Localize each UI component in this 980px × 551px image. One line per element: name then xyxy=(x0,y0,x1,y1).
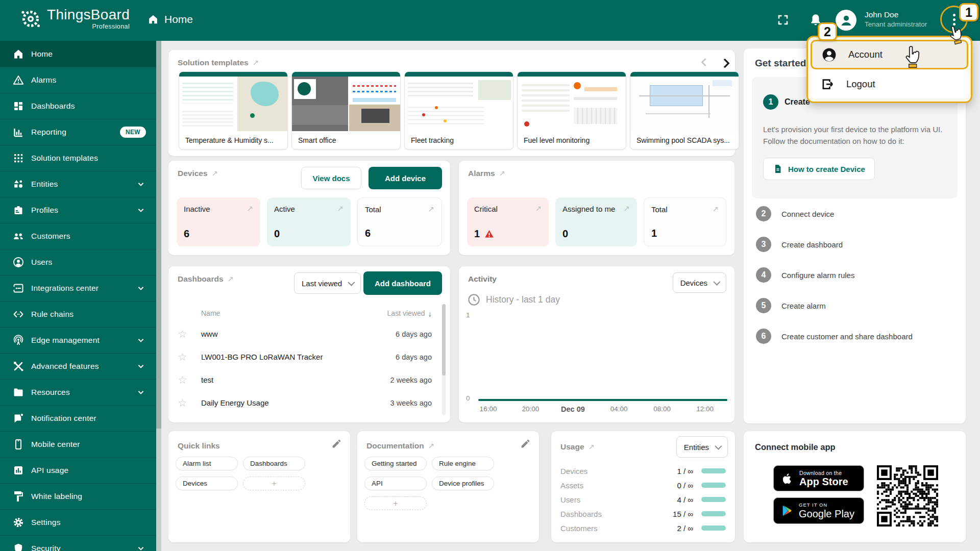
quick-link-chip-rule-engine[interactable]: Rule engine xyxy=(432,457,494,470)
account-icon xyxy=(821,47,837,63)
carousel-next-button[interactable] xyxy=(719,56,733,70)
open-link-icon[interactable]: ↗ xyxy=(499,169,506,178)
x-axis-tick: Dec 09 xyxy=(561,405,585,413)
user-info[interactable]: John Doe Tenant administrator xyxy=(865,10,927,29)
sidebar-item-home[interactable]: Home xyxy=(0,41,156,67)
dashboard-row[interactable]: ☆ test 2 weeks ago xyxy=(168,368,450,391)
quick-link-chip-api[interactable]: API xyxy=(364,477,427,490)
dashboard-row[interactable]: ☆ Daily Energy Usage 3 weeks ago xyxy=(168,391,450,414)
solution-template-card-temperature-humidity-s[interactable]: Temperature & Humidity s... xyxy=(179,71,288,149)
get-started-step-5[interactable]: 5 Create alarm xyxy=(756,290,958,321)
sidebar-item-white-labeling[interactable]: White labeling xyxy=(0,483,156,509)
list-scrollbar[interactable] xyxy=(442,304,446,415)
open-link-icon[interactable]: ↗ xyxy=(228,274,234,284)
sidebar-item-users[interactable]: Users xyxy=(0,249,156,275)
usage-row-devices: Devices 1 / ∞ xyxy=(560,464,726,478)
add-dashboard-button[interactable]: Add dashboard xyxy=(363,271,442,295)
star-icon[interactable]: ☆ xyxy=(178,329,190,339)
sidebar-item-solution-templates[interactable]: Solution templates xyxy=(0,145,156,171)
add-chip-button[interactable]: + xyxy=(243,477,305,490)
edit-quick-links-button[interactable] xyxy=(331,438,342,449)
sidebar-item-mobile-center[interactable]: Mobile center xyxy=(0,431,156,457)
dashboard-row[interactable]: ☆ LW001-BG PRO LoRaWAN Tracker 6 days ag… xyxy=(168,345,450,368)
menu-item-logout[interactable]: Logout xyxy=(811,69,968,99)
view-docs-button[interactable]: View docs xyxy=(301,167,361,189)
advanced-icon xyxy=(12,360,24,372)
solution-template-card-swimming-pool-scada-sys[interactable]: Swimming pool SCADA sys... xyxy=(630,71,739,149)
alarms-tile-critical[interactable]: Critical↗ 1 xyxy=(467,197,549,246)
sidebar-item-label: Home xyxy=(31,49,53,59)
sidebar-item-rule-chains[interactable]: Rule chains xyxy=(0,301,156,327)
dashboard-row[interactable]: ☆ Temperature Monitoring 1 month ago xyxy=(168,414,450,422)
sidebar-item-customers[interactable]: Customers xyxy=(0,223,156,249)
get-started-step-2[interactable]: 2 Connect device xyxy=(756,198,958,229)
activity-entity-select[interactable]: Devices xyxy=(673,272,726,293)
sidebar-item-dashboards[interactable]: Dashboards xyxy=(0,93,156,119)
sidebar-item-settings[interactable]: Settings xyxy=(0,509,156,535)
edit-documentation-button[interactable] xyxy=(520,438,531,449)
devices-tile-inactive[interactable]: Inactive↗ 6 xyxy=(177,197,260,246)
clock-icon xyxy=(467,293,481,307)
get-started-step-4[interactable]: 4 Configure alarm rules xyxy=(756,260,958,290)
alarms-tile-assigned-to-me[interactable]: Assigned to me↗ 0 xyxy=(555,197,637,246)
devices-tile-total[interactable]: Total↗ 6 xyxy=(357,197,442,246)
get-started-step-3[interactable]: 3 Create dashboard xyxy=(756,229,958,260)
open-link-icon[interactable]: ↗ xyxy=(253,58,259,67)
quick-link-chip-devices[interactable]: Devices xyxy=(176,477,238,490)
sidebar-item-alarms[interactable]: Alarms xyxy=(0,67,156,93)
sidebar-item-reporting[interactable]: Reporting NEW xyxy=(0,119,156,145)
usage-entity-select[interactable]: Entities xyxy=(676,436,728,458)
google-play-badge[interactable]: GET IT ON Google Play xyxy=(773,497,864,524)
sidebar-scrollbar[interactable] xyxy=(156,41,161,551)
solution-template-card-fleet-tracking[interactable]: Fleet tracking xyxy=(404,71,513,149)
sidebar-item-profiles[interactable]: Profiles xyxy=(0,197,156,223)
usage-label: Assets xyxy=(560,481,655,490)
sidebar-item-entities[interactable]: Entities xyxy=(0,171,156,197)
sidebar-item-notification-center[interactable]: Notification center xyxy=(0,405,156,431)
star-icon[interactable]: ☆ xyxy=(178,420,190,422)
dashboard-last-viewed: 3 weeks ago xyxy=(390,399,432,407)
carousel-prev-button[interactable] xyxy=(698,56,710,68)
avatar[interactable] xyxy=(836,10,856,31)
open-link-icon[interactable]: ↗ xyxy=(589,442,595,452)
menu-item-account[interactable]: Account xyxy=(811,40,968,69)
history-range[interactable]: History - last 1 day xyxy=(467,293,560,307)
star-icon[interactable]: ☆ xyxy=(178,374,190,385)
alarms-tile-total[interactable]: Total↗ 1 xyxy=(644,197,726,246)
quick-link-chip-device-profiles[interactable]: Device profiles xyxy=(432,477,494,490)
sidebar-item-label: Notification center xyxy=(31,414,96,423)
sidebar-item-integrations-center[interactable]: Integrations center xyxy=(0,275,156,301)
column-header-last-viewed[interactable]: Last viewed↓ xyxy=(387,309,432,318)
solution-template-card-smart-office[interactable]: Smart office xyxy=(291,71,401,149)
sidebar-item-security[interactable]: Security xyxy=(0,535,156,551)
star-icon[interactable]: ☆ xyxy=(178,352,190,362)
column-header-name[interactable]: Name xyxy=(201,309,220,317)
open-link-icon[interactable]: ↗ xyxy=(212,169,218,178)
dashboard-row[interactable]: ☆ www 6 days ago xyxy=(168,322,450,345)
how-to-create-device-button[interactable]: How to create Device xyxy=(763,158,875,180)
solution-template-card-fuel-level-monitoring[interactable]: Fuel level monitoring xyxy=(517,71,626,149)
star-icon[interactable]: ☆ xyxy=(178,397,190,408)
fullscreen-button[interactable] xyxy=(777,14,789,26)
quick-link-chip-dashboards[interactable]: Dashboards xyxy=(243,457,305,470)
sidebar-item-edge-management[interactable]: Edge management xyxy=(0,327,156,353)
usage-value: 4 / ∞ xyxy=(655,495,693,504)
sidebar-item-resources[interactable]: Resources xyxy=(0,379,156,405)
avatar-person-icon xyxy=(839,13,854,28)
sidebar-item-api-usage[interactable]: API usage xyxy=(0,457,156,483)
add-device-button[interactable]: Add device xyxy=(369,167,442,189)
app-store-badge[interactable]: Download on the App Store xyxy=(773,465,864,491)
sort-select[interactable]: Last viewed xyxy=(294,272,361,294)
usage-label: Dashboards xyxy=(560,510,655,518)
open-link-icon[interactable]: ↗ xyxy=(428,441,435,450)
thingsboard-logo[interactable]: ThingsBoard Professional xyxy=(19,7,130,30)
sidebar-item-advanced-features[interactable]: Advanced features xyxy=(0,353,156,379)
more-menu-button[interactable] xyxy=(953,14,955,26)
sidebar-item-label: Entities xyxy=(31,180,58,189)
critical-alert-icon xyxy=(484,229,495,239)
add-chip-button[interactable]: + xyxy=(364,496,427,510)
devices-tile-active[interactable]: Active↗ 0 xyxy=(267,197,351,246)
quick-link-chip-getting-started[interactable]: Getting started xyxy=(364,457,427,470)
quick-link-chip-alarm-list[interactable]: Alarm list xyxy=(176,457,238,470)
get-started-step-6[interactable]: 6 Create customer and share dashboard xyxy=(756,321,958,352)
